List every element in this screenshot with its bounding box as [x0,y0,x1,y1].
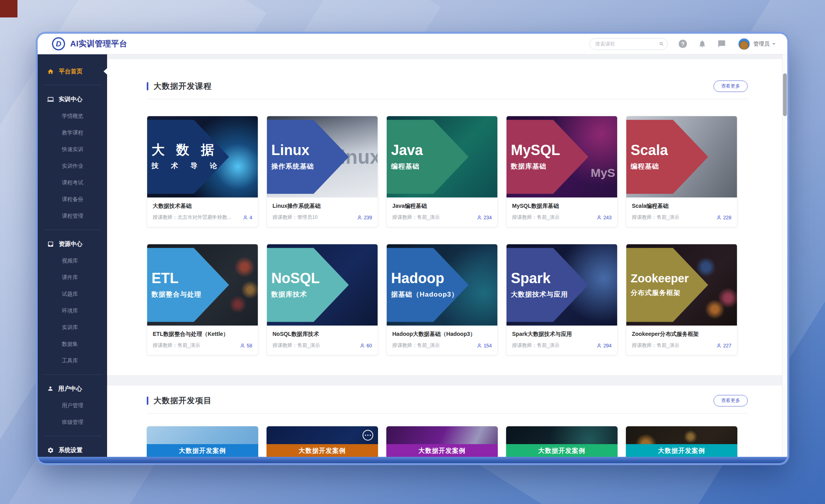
course-card[interactable]: 大 数 据 技 术 导 论 大数据技术基础 授课教师：北京市对外贸易学校教...… [147,116,258,227]
sidebar-item-environment-library[interactable]: 环境库 [38,303,107,319]
project-card[interactable]: 大数据开发案例 [506,426,618,457]
course-title[interactable]: Java编程基础 [392,203,492,210]
sidebar-item-tool-library[interactable]: 工具库 [38,353,107,369]
student-count: 234 [477,215,492,220]
thumbnail-banner: ETL 数据整合与处理 [147,248,229,322]
course-card-body: 大数据技术基础 授课教师：北京市对外贸易学校教... 4 [147,197,258,227]
course-card[interactable]: Zookeeper 分布式服务框架 Zookeeper分布式服务框架 授课教师：… [626,244,737,355]
course-cards-row-2: ETL 数据整合与处理 ETL数据整合与处理（Kettle） 授课教师：售前_演… [147,244,748,355]
scrollbar-track[interactable] [782,54,787,457]
section-title-bar [147,397,148,405]
courses-section-header: 大数据开发课程 查看更多 [147,80,748,92]
project-banner: 大数据开发案例 [626,444,737,457]
course-thumbnail: inux Linux 操作系统基础 [267,116,378,197]
sidebar-item-platform-home[interactable]: 平台首页 [38,63,107,80]
course-meta: 授课教师：售前_演示 227 [632,342,731,349]
search-icon[interactable] [659,40,664,47]
course-card[interactable]: Scala 编程基础 Scala编程基础 授课教师：售前_演示 228 [626,116,737,227]
course-teacher: 授课教师：售前_演示 [392,342,439,349]
person-icon [357,215,362,220]
thumbnail-subtitle: 编程基础 [631,162,708,171]
courses-view-more-button[interactable]: 查看更多 [714,80,748,92]
person-icon [360,343,365,348]
course-title[interactable]: 大数据技术基础 [153,203,252,210]
sidebar-section-resource-center[interactable]: 资源中心 [38,235,107,253]
course-card[interactable]: Spark 大数据技术与应用 Spark大数据技术与应用 授课教师：售前_演示 … [506,244,618,355]
sidebar-item-teaching-courses[interactable]: 教学课程 [38,125,107,141]
thumbnail-title: ETL [152,271,229,286]
course-title[interactable]: MySQL数据库基础 [512,203,612,210]
chevron-down-icon[interactable] [772,43,775,46]
user-avatar[interactable] [738,38,750,50]
scrollbar-thumb[interactable] [783,73,787,116]
sidebar-item-user-management[interactable]: 用户管理 [38,397,107,414]
student-count-value: 243 [603,215,612,220]
course-title[interactable]: NoSQL数据库技术 [272,331,372,338]
student-count: 227 [716,343,731,349]
active-item-arrow [104,68,107,75]
sidebar-section-practice-center[interactable]: 实训中心 [38,90,107,108]
course-card-body: ETL数据整合与处理（Kettle） 授课教师：售前_演示 58 [147,326,258,355]
thumbnail-title: Linux [271,143,349,158]
course-card-body: Linux操作系统基础 授课教师：管理员10 239 [267,197,378,227]
search-input[interactable] [595,41,659,47]
course-meta: 授课教师：北京市对外贸易学校教... 4 [153,214,252,221]
sidebar-section-user-center[interactable]: 用户中心 [38,380,107,397]
thumbnail-banner: Linux 操作系统基础 [267,120,349,194]
course-title[interactable]: Scala编程基础 [632,203,731,210]
course-title[interactable]: ETL数据整合与处理（Kettle） [153,331,252,338]
project-card[interactable]: 大数据开发案例 [147,426,258,457]
course-thumbnail: Zookeeper 分布式服务框架 [626,244,737,326]
thumbnail-subtitle: 数据整合与处理 [152,290,229,299]
project-cards-row: 大数据开发案例 大数据开发案例 大数据开发案例 大数据开发案例 大数据开发案例 [147,426,748,457]
sidebar-item-course-backup[interactable]: 课程备份 [38,191,107,208]
search-box[interactable] [589,38,668,50]
thumbnail-title: MySQL [511,143,588,158]
student-count: 60 [360,343,372,349]
course-teacher: 授课教师：售前_演示 [632,214,679,221]
course-card[interactable]: NoSQL 数据库技术 NoSQL数据库技术 授课教师：售前_演示 60 [267,244,378,355]
course-thumbnail: ETL 数据整合与处理 [147,244,258,326]
project-banner-label: 大数据开发案例 [418,447,466,455]
course-title[interactable]: Zookeeper分布式服务框架 [632,331,731,338]
sidebar-item-datasets[interactable]: 数据集 [38,336,107,353]
sidebar-item-question-bank[interactable]: 试题库 [38,286,107,303]
sidebar-divider [43,85,102,85]
user-name[interactable]: 管理员 [754,40,770,48]
sidebar-item-practice-library[interactable]: 实训库 [38,319,107,336]
project-card[interactable]: 大数据开发案例 [386,426,498,457]
project-card[interactable]: 大数据开发案例 [267,426,378,457]
course-meta: 授课教师：售前_演示 234 [392,214,492,221]
sidebar-item-video-library[interactable]: 视频库 [38,253,107,269]
sidebar-item-course-exams[interactable]: 课程考试 [38,174,107,191]
course-title[interactable]: Spark大数据技术与应用 [512,331,612,338]
course-title[interactable]: Linux操作系统基础 [272,203,372,210]
course-card[interactable]: inux Linux 操作系统基础 Linux操作系统基础 授课教师：管理员10… [267,116,378,227]
notifications-button[interactable] [698,40,707,48]
sidebar-item-learning-overview[interactable]: 学情概览 [38,108,107,125]
thumbnail-title: Java [391,143,468,158]
course-thumbnail: 大 数 据 技 术 导 论 [147,116,258,197]
project-card[interactable]: 大数据开发案例 [626,426,737,457]
sidebar-item-practice-homework[interactable]: 实训作业 [38,158,107,174]
course-card[interactable]: ETL 数据整合与处理 ETL数据整合与处理（Kettle） 授课教师：售前_演… [147,244,258,355]
person-icon [716,343,721,348]
header-actions: ? 管理员 [589,38,776,50]
course-card[interactable]: Hadoop 据基础（Hadoop3） Hadoop大数据基础（Hadoop3）… [386,244,498,355]
course-card[interactable]: MyS MySQL 数据库基础 MySQL数据库基础 授课教师：售前_演示 24… [506,116,618,227]
project-banner: 大数据开发案例 [147,444,258,457]
sidebar-section-system-settings[interactable]: 系统设置 [38,441,107,457]
course-card[interactable]: Java 编程基础 Java编程基础 授课教师：售前_演示 234 [386,116,498,227]
help-button[interactable]: ? [679,40,687,48]
sidebar-item-class-management[interactable]: 班级管理 [38,414,107,431]
sidebar-item-course-management[interactable]: 课程管理 [38,208,107,224]
sidebar-item-quick-practice[interactable]: 快速实训 [38,141,107,158]
course-card-body: Java编程基础 授课教师：售前_演示 234 [387,197,497,227]
section-divider [147,413,748,414]
messages-button[interactable] [718,40,726,48]
sidebar-item-courseware-library[interactable]: 课件库 [38,269,107,286]
course-meta: 授课教师：售前_演示 294 [512,342,612,349]
projects-view-more-button[interactable]: 查看更多 [714,395,748,406]
project-banner: 大数据开发案例 [386,444,498,457]
course-title[interactable]: Hadoop大数据基础（Hadoop3） [392,331,492,338]
